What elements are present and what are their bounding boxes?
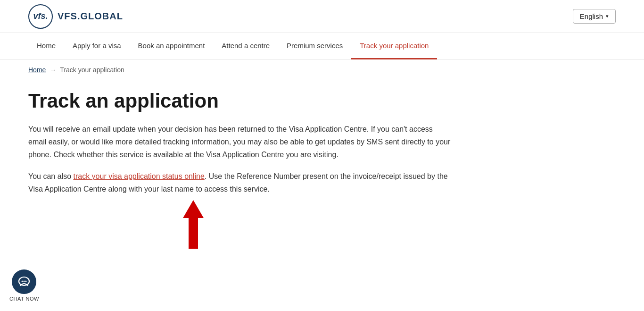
nav-item-attend[interactable]: Attend a centre [213,33,278,59]
track-online-link[interactable]: track your visa application status onlin… [73,172,204,180]
red-arrow-icon [179,200,207,249]
logo-area: vfs. VFS.GLOBAL [28,4,123,29]
chevron-down-icon: ▾ [606,13,609,19]
language-button[interactable]: English ▾ [573,9,616,24]
breadcrumb-current: Track your application [60,66,124,74]
logo-text: VFS.GLOBAL [58,11,123,22]
svg-point-3 [25,281,27,282]
svg-point-2 [24,281,25,282]
chat-label: CHAT NOW [9,296,39,302]
main-content: Track an application You will receive an… [0,80,519,266]
description2-before: You can also [28,172,73,180]
page-title: Track an application [28,90,490,112]
header: vfs. VFS.GLOBAL English ▾ [0,0,644,33]
main-nav: Home Apply for a visa Book an appointmen… [0,33,644,59]
breadcrumb: Home → Track your application [0,59,644,80]
svg-point-1 [22,281,23,282]
arrow-head [183,200,204,218]
logo-icon: vfs. [28,4,53,29]
description-paragraph-1: You will receive an email update when yo… [28,123,453,161]
nav-item-track[interactable]: Track your application [351,33,437,59]
nav-item-home[interactable]: Home [28,33,64,59]
chat-widget[interactable]: CHAT NOW [9,269,39,302]
breadcrumb-home-link[interactable]: Home [28,66,46,74]
description-paragraph-2: You can also track your visa application… [28,170,453,195]
nav-item-premium[interactable]: Premium services [278,33,351,59]
arrow-body [189,218,198,249]
arrow-annotation [179,200,207,247]
chat-icon [12,269,36,294]
breadcrumb-separator: → [50,66,56,74]
nav-item-book[interactable]: Book an appointment [130,33,214,59]
nav-item-apply[interactable]: Apply for a visa [64,33,130,59]
